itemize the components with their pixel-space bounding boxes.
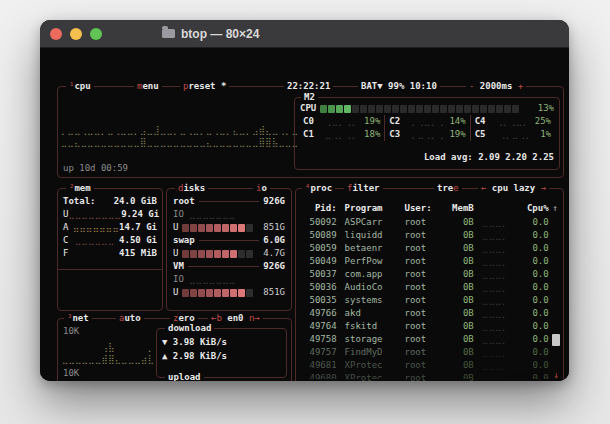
mem-row: A ⣤⣤⣤⣤⣤⣤⣤ 14.7 Gi [63, 221, 157, 234]
mem-total-label: Total: [63, 195, 96, 208]
proc-panel-title[interactable]: ⁴proc [302, 182, 335, 195]
process-row[interactable]: 49764 fskitd root 0B ⣀⣀⣀⡀ 0.0 [301, 320, 558, 333]
cpu-core-cell: C3 ⡀⣀⢀⡀⢀ 19% [384, 128, 469, 141]
cpu-core-cell: C1 ⣀⢀⡀⢀⡀ 18% [299, 128, 384, 141]
interval-decrease-button[interactable]: - [469, 81, 474, 91]
mem-row: U ⣀⣀⣀⣀⣀⣀⣀⣀ 9.24 Gi [63, 208, 157, 221]
net-speed-subpanel: download ▼ 3.98 KiB/s ▲ 2.98 KiB/s uploa… [156, 328, 287, 378]
process-row[interactable]: 50049 PerfPow root 0B ⣀⣀⣀⡀ 0.0 [301, 255, 558, 268]
zoom-window-button[interactable] [90, 28, 102, 40]
scroll-up-icon[interactable]: ↑ [549, 202, 558, 215]
proc-scrollbar[interactable] [552, 334, 560, 346]
process-row[interactable]: 50059 betaenr root 0B ⣀⣀⣀⡀ 0.0 [301, 242, 558, 255]
cpu-total-percent: 13% [538, 102, 554, 115]
disk-name-row: swap6.0G [173, 234, 285, 247]
proc-rows: 50092 ASPCarr root 0B ⣀⣀⣀⡀ 0.0 50089 liq… [301, 216, 558, 381]
mem-row: C ⣀⣀⣀⣀⣀⣀ 4.50 Gi [63, 234, 157, 247]
upload-value: 2.98 KiB/s [173, 350, 227, 363]
terminal-content: ¹cpu menu preset * 22:22:21 BAT▼ 99% 10:… [40, 48, 569, 381]
upload-arrow-icon: ▲ [162, 350, 167, 363]
net-panel-title[interactable]: ³net [64, 312, 92, 325]
cpu-panel-title[interactable]: ¹cpu [66, 80, 94, 93]
process-row[interactable]: 50089 liquidd root 0B ⣀⣀⣀⡀ 0.0 [301, 229, 558, 242]
process-row[interactable]: 49766 akd root 0B ⣀⣀⣀⡀ 0.0 [301, 307, 558, 320]
mem-row: F 415 MiB [63, 247, 157, 260]
download-arrow-icon: ▼ [162, 336, 167, 349]
disk-io-row: IO ⣀⣀⣀⣀⣀⣀⣀ [173, 273, 285, 286]
cpu-core-cell: C2 ⡀⢀⣀⡀⢀ 14% [384, 115, 469, 128]
proc-info-button[interactable]: info ↵ [372, 379, 411, 381]
proc-signals-button[interactable]: signals [426, 379, 470, 381]
download-label: download [165, 322, 214, 335]
process-row[interactable]: 50037 com.app root 0B ⣀⣀⣀⡀ 0.0 [301, 268, 558, 281]
folder-icon [162, 29, 175, 38]
close-window-button[interactable] [50, 28, 62, 40]
proc-tree-toggle[interactable]: tree [434, 182, 462, 195]
proc-count: 432/660 [511, 379, 555, 381]
proc-filter-button[interactable]: filter [344, 182, 383, 195]
net-next-iface-button[interactable]: n→ [249, 313, 260, 323]
cpu-total-label: CPU [300, 102, 316, 115]
mem-divider [57, 269, 163, 270]
process-row[interactable]: 49757 FindMyD root 0B ⣀⣀⣀⡀ 0.0 [301, 346, 558, 359]
disks-io-toggle[interactable]: io [253, 182, 270, 195]
proc-header-row: Pid: Program User: MemB Cpu% ↑ [301, 202, 558, 215]
terminal-window: btop — 80×24 ¹cpu menu preset * 22:22:21… [40, 20, 569, 381]
menu-button[interactable]: menu [134, 80, 162, 93]
disks-panel: disks io root926G IO ⣀⣀⣀⣀⣀⣀⣀ U 851G swap… [166, 188, 292, 311]
process-row[interactable]: 50035 systems root 0B ⣀⣀⣀⡀ 0.0 [301, 294, 558, 307]
net-panel: ³net auto zero ←b en0 n→ 10K ⠀⠀⠀⠀⠀⠀⢠⣧⠀⠀⠀… [57, 318, 292, 381]
preset-button[interactable]: preset * [180, 80, 229, 93]
cpu-total-meter [320, 105, 519, 113]
process-row[interactable]: 50092 ASPCarr root 0B ⣀⣀⣀⡀ 0.0 [301, 216, 558, 229]
mem-rows: U ⣀⣀⣀⣀⣀⣀⣀⣀ 9.24 Gi A ⣤⣤⣤⣤⣤⣤⣤ 14.7 Gi C ⣀… [58, 208, 162, 260]
mem-total-value: 24.0 GiB [114, 195, 157, 208]
window-title: btop — 80×24 [181, 27, 259, 41]
proc-panel: ⁴proc filter tree ← cpu lazy → Pid: Prog… [295, 188, 564, 381]
disk-used-row: U 851G [173, 286, 285, 299]
net-auto-toggle[interactable]: auto [116, 312, 144, 325]
proc-sort-right-button[interactable]: → [541, 183, 546, 193]
disk-used-row: U 4.7G [173, 247, 285, 260]
load-avg-row: Load avg: 2.09 2.20 2.25 [300, 151, 554, 164]
cpu-total-row: CPU 13% [300, 102, 554, 115]
process-row[interactable]: 50036 AudioCo root 0B ⣀⣀⣀⡀ 0.0 [301, 281, 558, 294]
mem-total-row: Total: 24.0 GiB [63, 195, 157, 208]
disk-rows: root926G IO ⣀⣀⣀⣀⣀⣀⣀ U 851G swap6.0G U 4.… [167, 195, 291, 299]
process-row[interactable]: 49758 storage root 0B ⣀⣀⣀⡀ 0.0 [301, 333, 558, 346]
disk-name-row: VM926G [173, 260, 285, 273]
cpu-cores-grid: C0 ⢀⣀⡀⢀⡀ 19% C2 ⡀⢀⣀⡀⢀ 14% C4 ⢀⡀⢀⣀⡀ 25% C… [299, 115, 555, 141]
proc-sort-mode: ← cpu lazy → [478, 182, 549, 195]
cpu-panel: ¹cpu menu preset * 22:22:21 BAT▼ 99% 10:… [57, 86, 564, 178]
proc-sort-left-button[interactable]: ← [481, 183, 486, 193]
upload-row: ▲ 2.98 KiB/s [162, 350, 281, 363]
disk-name-row: root926G [173, 195, 285, 208]
download-value: 3.98 KiB/s [173, 336, 227, 349]
net-iface-name: en0 [227, 313, 243, 323]
net-iface-switch: ←b en0 n→ [208, 312, 263, 325]
interval-increase-button[interactable]: + [518, 81, 523, 91]
mem-panel-title[interactable]: ²mem [66, 182, 94, 195]
window-titlebar[interactable]: btop — 80×24 [40, 20, 569, 48]
cpu-core-cell: C0 ⢀⣀⡀⢀⡀ 19% [299, 115, 384, 128]
upload-label: upload [165, 371, 204, 381]
mem-panel: ²mem Total: 24.0 GiB U ⣀⣀⣀⣀⣀⣀⣀⣀ 9.24 Gi … [57, 188, 163, 311]
disks-panel-title[interactable]: disks [175, 182, 208, 195]
cpu-core-cell: C5 ⢀⡀⣀⢀⡀ 1% [470, 128, 555, 141]
proc-select-control[interactable]: ↑ select ↓ [300, 379, 360, 381]
disk-io-row: IO ⣀⣀⣀⣀⣀⣀⣀ [173, 208, 285, 221]
cpu-core-cell: C4 ⢀⡀⢀⣀⡀ 25% [470, 115, 555, 128]
process-row[interactable]: 49681 XProtec root 0B ⣀⣀⣀⡀ 0.0 [301, 359, 558, 372]
download-row: ▼ 3.98 KiB/s [162, 336, 281, 349]
cpu-core-subpanel: M2 CPU 13% C0 ⢀⣀⡀⢀⡀ 19% C2 ⡀⢀⣀⡀⢀ 14% C4 … [294, 97, 560, 170]
load-avg: Load avg: 2.09 2.20 2.25 [424, 151, 554, 164]
battery-status: BAT▼ 99% 10:10 [358, 80, 440, 93]
disk-used-row: U 851G [173, 221, 285, 234]
update-interval: - 2000ms + [466, 80, 526, 93]
minimize-window-button[interactable] [70, 28, 82, 40]
